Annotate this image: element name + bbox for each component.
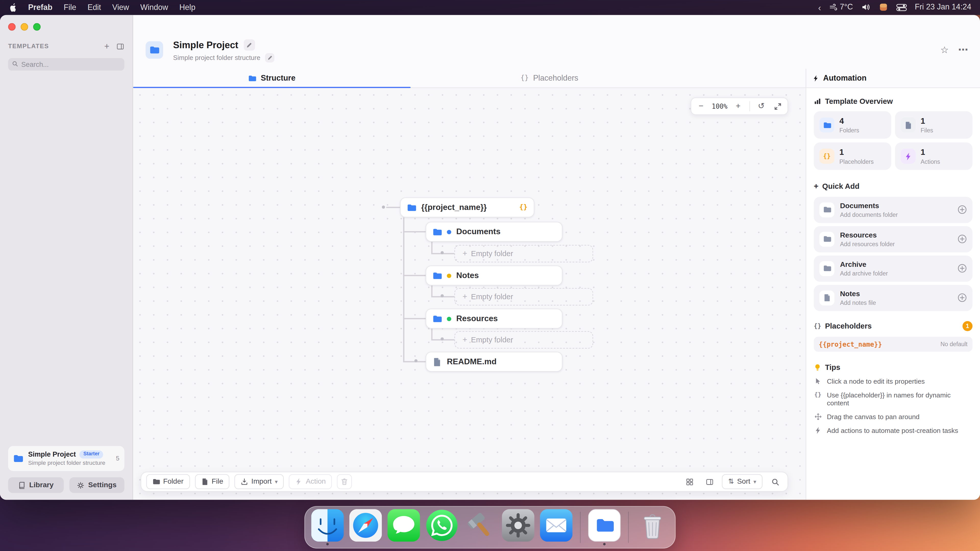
volume-icon[interactable] (861, 3, 870, 12)
add-circle-button[interactable] (958, 235, 967, 244)
dock-settings-icon[interactable] (502, 509, 535, 545)
empty-folder-slot[interactable]: + Empty folder (454, 331, 593, 349)
menubar-clock[interactable]: Fri 23 Jan 14:24 (915, 3, 971, 12)
quick-add-notes[interactable]: NotesAdd notes file (814, 285, 973, 311)
edit-subtitle-button[interactable] (266, 53, 275, 62)
template-stats: 4Folders 1Files {} 1Placeholders 1Ac (814, 111, 973, 170)
layout-grid-button[interactable] (682, 474, 697, 489)
menubar: Prefab File Edit View Window Help ‹ 7°C … (0, 0, 980, 15)
templates-section-title: TEMPLATES (8, 43, 49, 50)
layout-panel-button[interactable] (702, 474, 717, 489)
tip-item: Click a node to edit its properties (814, 378, 973, 386)
dock-separator (580, 512, 581, 543)
tab-placeholders[interactable]: {} Placeholders (410, 68, 688, 87)
plus-icon: + (463, 335, 467, 345)
menu-item-file[interactable]: File (64, 3, 76, 12)
menubar-collapse-chevron[interactable]: ‹ (818, 2, 821, 13)
zoom-button[interactable] (33, 23, 41, 30)
tree-node-root[interactable]: {{project_name}} {} (400, 197, 535, 218)
action-button[interactable]: Action (289, 474, 332, 489)
dock-finder-icon[interactable] (311, 509, 344, 545)
tree-node-notes[interactable]: Notes (426, 265, 563, 286)
dock-safari-icon[interactable] (349, 509, 382, 545)
quick-add-documents[interactable]: DocumentsAdd documents folder (814, 197, 973, 223)
add-template-button[interactable]: + (104, 41, 110, 52)
delete-button[interactable] (337, 474, 352, 489)
project-subtitle: Simple project folder structure (173, 54, 260, 62)
apple-menu-icon[interactable] (9, 3, 17, 12)
tree-connector (403, 275, 426, 276)
placeholders-section-header: {} Placeholders 1 (814, 321, 973, 331)
toggle-sidebar-icon[interactable] (116, 42, 124, 51)
braces-icon: {} (814, 322, 821, 330)
sort-button[interactable]: ⇅ Sort ▾ (722, 474, 762, 489)
zoom-in-button[interactable]: + (731, 99, 746, 113)
quick-add-section-header: + Quick Add (814, 181, 973, 191)
quick-add-resources[interactable]: ResourcesAdd resources folder (814, 226, 973, 252)
menubar-app-icon[interactable] (878, 3, 888, 12)
tree-node-resources[interactable]: Resources (426, 309, 563, 329)
folder-icon (407, 203, 416, 212)
app-menu[interactable]: Prefab (28, 3, 52, 12)
library-button[interactable]: Library (8, 477, 64, 493)
template-list-item[interactable]: Simple Project Starter Simple project fo… (8, 446, 124, 471)
structure-canvas[interactable]: − 100% + ↺ (133, 88, 806, 500)
canvas-search-button[interactable] (767, 474, 783, 489)
folder-icon (433, 227, 442, 237)
zoom-out-button[interactable]: − (694, 99, 709, 113)
tab-structure[interactable]: Structure (133, 68, 410, 87)
tree-connector (431, 286, 432, 297)
fit-view-button[interactable] (770, 99, 785, 113)
pan-icon (814, 413, 822, 421)
import-button[interactable]: Import ▾ (234, 474, 284, 489)
tree-node-documents[interactable]: Documents (426, 222, 563, 241)
folder-icon (433, 271, 442, 280)
empty-folder-slot[interactable]: + Empty folder (454, 245, 593, 262)
tree-connector-dot (441, 294, 444, 297)
quick-add-archive[interactable]: ArchiveAdd archive folder (814, 256, 973, 282)
add-circle-button[interactable] (958, 293, 967, 303)
reset-view-button[interactable]: ↺ (754, 99, 769, 113)
add-file-button[interactable]: File (195, 474, 229, 489)
add-folder-button[interactable]: Folder (146, 474, 189, 489)
menu-item-help[interactable]: Help (180, 3, 196, 12)
control-center-icon[interactable] (896, 4, 907, 11)
menu-item-view[interactable]: View (112, 3, 129, 12)
file-icon (201, 478, 208, 485)
placeholder-list-item[interactable]: {{project_name}} No default (814, 337, 973, 352)
empty-folder-slot[interactable]: + Empty folder (454, 288, 593, 306)
dock-messages-icon[interactable] (387, 509, 420, 545)
trash-icon (341, 478, 348, 485)
minimize-button[interactable] (21, 23, 28, 30)
plus-icon: + (463, 249, 467, 259)
folder-icon (819, 118, 835, 133)
chevron-down-icon: ▾ (753, 478, 756, 485)
lightning-icon (295, 478, 303, 485)
add-circle-button[interactable] (958, 205, 967, 214)
template-badge: Starter (80, 451, 103, 458)
favorite-button[interactable]: ☆ (940, 44, 949, 56)
color-dot (447, 273, 451, 278)
dock-mail-icon[interactable] (540, 509, 573, 545)
stat-actions: 1Actions (895, 143, 973, 170)
dock-trash-icon[interactable] (636, 509, 669, 545)
menu-item-edit[interactable]: Edit (88, 3, 101, 12)
weather-status[interactable]: 7°C (829, 3, 853, 12)
dock-builder-icon[interactable] (464, 509, 496, 545)
dock-prefab-icon[interactable] (588, 509, 620, 545)
edit-title-button[interactable] (244, 39, 255, 51)
close-button[interactable] (8, 23, 16, 30)
search-input[interactable] (8, 58, 124, 70)
canvas-toolbar: Folder File Import ▾ (141, 472, 788, 492)
settings-button[interactable]: Settings (69, 477, 124, 493)
menu-item-window[interactable]: Window (140, 3, 168, 12)
running-indicator (603, 543, 606, 545)
grid-icon (686, 478, 694, 486)
dock-whatsapp-icon[interactable] (426, 509, 458, 545)
more-options-button[interactable]: ⋯ (958, 44, 969, 56)
template-count: 5 (116, 454, 119, 462)
add-circle-button[interactable] (958, 264, 967, 273)
folder-icon (153, 478, 160, 485)
tree-node-readme[interactable]: README.md (426, 352, 563, 372)
wind-icon (829, 3, 837, 11)
